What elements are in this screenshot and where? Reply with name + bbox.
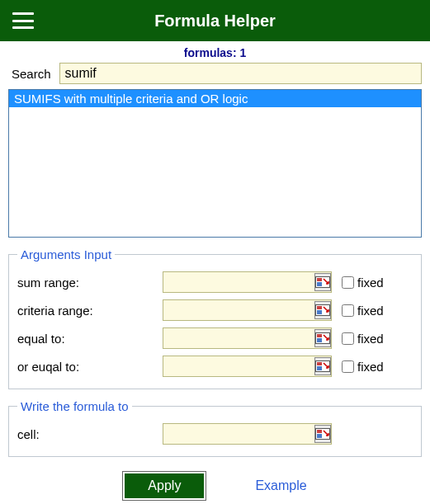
argument-input-wrap (163, 299, 332, 321)
output-input[interactable] (163, 426, 314, 442)
fixed-wrap: fixed (342, 360, 384, 374)
range-picker-button[interactable] (314, 301, 331, 319)
argument-input[interactable] (163, 358, 314, 374)
argument-input[interactable] (163, 302, 314, 318)
fixed-label: fixed (357, 332, 384, 346)
argument-input[interactable] (163, 274, 314, 290)
argument-label: criteria range: (17, 304, 158, 318)
argument-input[interactable] (163, 330, 314, 346)
svg-rect-8 (317, 338, 322, 342)
fixed-checkbox[interactable] (342, 304, 354, 317)
svg-rect-7 (317, 334, 322, 337)
search-label: Search (12, 67, 51, 81)
formula-count: formulas: 1 (0, 41, 430, 63)
svg-rect-11 (317, 366, 322, 370)
range-picker-button[interactable] (314, 329, 331, 347)
svg-rect-2 (317, 282, 322, 286)
menu-icon[interactable] (12, 12, 34, 29)
button-row: Apply Example (0, 457, 430, 500)
fixed-label: fixed (357, 304, 384, 318)
output-label: cell: (17, 427, 158, 441)
fixed-checkbox[interactable] (342, 332, 354, 345)
result-item[interactable]: SUMIFS with multiple criteria and OR log… (9, 90, 421, 107)
example-link[interactable]: Example (255, 478, 306, 493)
fixed-checkbox[interactable] (342, 360, 354, 373)
search-input[interactable] (59, 63, 422, 84)
argument-label: equal to: (17, 332, 158, 346)
svg-rect-13 (317, 430, 322, 433)
header: Formula Helper (0, 0, 430, 41)
fixed-wrap: fixed (342, 276, 384, 290)
output-fieldset: Write the formula to cell: (8, 399, 422, 457)
arguments-fieldset: Arguments Input sum range:fixedcriteria … (8, 247, 422, 389)
argument-row: equal to:fixed (17, 324, 413, 352)
range-picker-button[interactable] (314, 357, 331, 375)
output-row: cell: (17, 420, 413, 448)
argument-input-wrap (163, 356, 332, 377)
range-picker-icon (315, 304, 330, 316)
argument-label: sum range: (17, 276, 158, 290)
range-picker-button[interactable] (314, 425, 331, 443)
fixed-wrap: fixed (342, 304, 384, 318)
argument-row: criteria range:fixed (17, 296, 413, 324)
results-list[interactable]: SUMIFS with multiple criteria and OR log… (8, 89, 422, 238)
svg-rect-14 (317, 434, 322, 438)
argument-label: or euqal to: (17, 360, 158, 374)
argument-row: or euqal to:fixed (17, 352, 413, 380)
range-picker-icon (315, 276, 330, 288)
app-title: Formula Helper (154, 12, 297, 31)
svg-rect-4 (317, 306, 322, 309)
apply-button[interactable]: Apply (123, 472, 206, 500)
svg-rect-5 (317, 310, 322, 314)
fixed-label: fixed (357, 276, 384, 290)
search-row: Search (0, 63, 430, 89)
output-legend: Write the formula to (17, 399, 132, 413)
range-picker-icon (315, 428, 330, 440)
argument-row: sum range:fixed (17, 268, 413, 296)
svg-rect-10 (317, 362, 322, 365)
argument-input-wrap (163, 327, 332, 349)
range-picker-icon (315, 332, 330, 344)
fixed-wrap: fixed (342, 332, 384, 346)
svg-rect-1 (317, 278, 322, 281)
fixed-checkbox[interactable] (342, 276, 354, 289)
output-input-wrap (163, 423, 332, 445)
fixed-label: fixed (357, 360, 384, 374)
argument-input-wrap (163, 271, 332, 293)
range-picker-icon (315, 360, 330, 372)
range-picker-button[interactable] (314, 273, 331, 291)
arguments-legend: Arguments Input (17, 247, 115, 261)
